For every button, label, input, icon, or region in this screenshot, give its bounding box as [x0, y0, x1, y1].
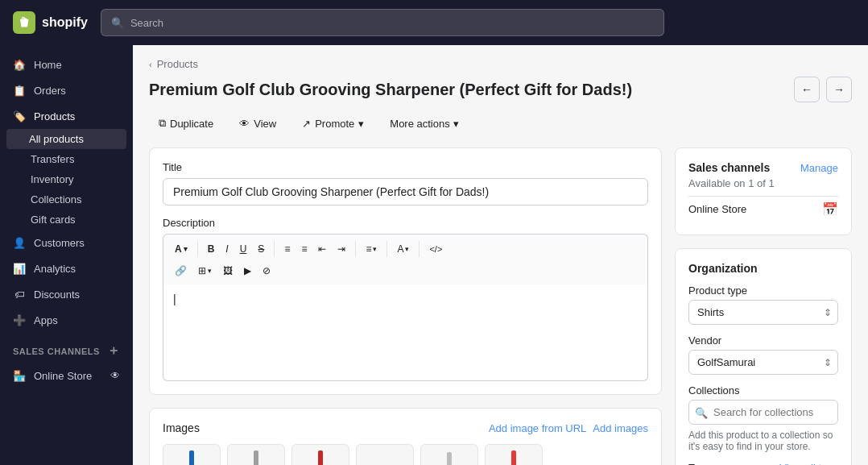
- online-store-icon: 🏪: [13, 369, 26, 382]
- sidebar-sub-transfers[interactable]: Transfers: [0, 149, 133, 169]
- editor-cursor: [173, 293, 176, 305]
- sidebar-item-home[interactable]: 🏠 Home: [0, 52, 133, 77]
- underline-btn[interactable]: U: [235, 239, 252, 259]
- svg-rect-7: [318, 450, 323, 465]
- product-type-field: Product type Shirts ⇕: [688, 284, 838, 325]
- main-column: Title Description A ▾ B I U S ≡ ≡: [149, 147, 662, 465]
- product-image-3[interactable]: [291, 444, 349, 465]
- search-input[interactable]: [130, 17, 654, 29]
- product-image-2[interactable]: [227, 444, 285, 465]
- product-image-4[interactable]: [356, 444, 414, 465]
- svg-rect-16: [511, 450, 516, 465]
- calendar-icon[interactable]: 📅: [822, 201, 838, 217]
- source-btn[interactable]: </>: [424, 239, 447, 259]
- bold-btn[interactable]: B: [203, 239, 220, 259]
- sidebar-item-discounts[interactable]: 🏷 Discounts: [0, 281, 133, 307]
- product-image-6[interactable]: [485, 444, 543, 465]
- strikethrough-btn[interactable]: S: [253, 239, 269, 259]
- separator: [355, 241, 356, 257]
- image-btn[interactable]: 🖼: [218, 262, 238, 280]
- sidebar-item-label: Apps: [34, 314, 58, 326]
- text-color-btn[interactable]: A ▾: [392, 239, 414, 259]
- svg-rect-0: [189, 450, 194, 465]
- unordered-list-btn[interactable]: ≡: [279, 239, 295, 259]
- logo-text: shopify: [42, 15, 88, 30]
- vendor-select-wrapper: GolfSamurai ⇕: [688, 350, 838, 375]
- sidebar-sub-inventory[interactable]: Inventory: [0, 169, 133, 189]
- italic-btn[interactable]: I: [221, 239, 233, 259]
- vendor-select[interactable]: GolfSamurai: [688, 350, 838, 375]
- separator: [386, 241, 387, 257]
- align-btn[interactable]: ≡ ▾: [361, 239, 382, 259]
- online-store-eye-icon[interactable]: 👁: [110, 370, 120, 381]
- orders-icon: 📋: [13, 84, 26, 97]
- organization-title: Organization: [688, 262, 838, 275]
- product-image-1[interactable]: [163, 444, 221, 465]
- toolbar-row-2: 🔗 ⊞ ▾ 🖼 ▶ ⊘: [170, 262, 641, 280]
- sidebar-item-analytics[interactable]: 📊 Analytics: [0, 255, 133, 281]
- indent-right-btn[interactable]: ⇥: [333, 239, 350, 259]
- product-type-select[interactable]: Shirts: [688, 300, 838, 325]
- duplicate-button[interactable]: ⧉ Duplicate: [149, 112, 223, 135]
- ordered-list-btn[interactable]: ≡: [296, 239, 312, 259]
- sidebar-item-apps[interactable]: ➕ Apps: [0, 307, 133, 333]
- editor-toolbar: A ▾ B I U S ≡ ≡ ⇤ ⇥ ≡ ▾ A ▾: [163, 234, 648, 284]
- add-sales-channel-icon[interactable]: ＋: [107, 343, 121, 359]
- more-actions-button[interactable]: More actions ▾: [380, 113, 468, 135]
- search-bar[interactable]: 🔍: [101, 9, 664, 36]
- duplicate-icon: ⧉: [159, 117, 166, 130]
- main-content: ‹ Products Premium Golf Club Grooving Sh…: [133, 45, 868, 465]
- title-input[interactable]: [163, 178, 648, 206]
- two-column-layout: Title Description A ▾ B I U S ≡ ≡: [149, 147, 852, 465]
- tags-header: Tags View all tags: [688, 462, 838, 465]
- clear-format-btn[interactable]: ⊘: [258, 262, 275, 280]
- view-all-tags-button[interactable]: View all tags: [779, 462, 838, 465]
- sidebar-sub-collections[interactable]: Collections: [0, 189, 133, 210]
- collections-search-input[interactable]: [688, 400, 838, 425]
- images-title: Images: [163, 421, 200, 434]
- breadcrumb-products-link[interactable]: Products: [157, 58, 198, 70]
- promote-button[interactable]: ↗ Promote ▾: [292, 113, 374, 135]
- product-details-card: Title Description A ▾ B I U S ≡ ≡: [149, 147, 662, 395]
- sidebar-item-products[interactable]: 🏷️ Products: [0, 103, 133, 129]
- table-btn[interactable]: ⊞ ▾: [193, 262, 217, 280]
- description-label: Description: [163, 217, 648, 229]
- video-btn[interactable]: ▶: [239, 262, 256, 280]
- images-header: Images Add image from URL Add images: [163, 421, 648, 434]
- analytics-icon: 📊: [13, 262, 26, 275]
- more-actions-chevron-icon: ▾: [453, 118, 459, 130]
- prev-product-button[interactable]: ←: [794, 77, 820, 102]
- next-product-button[interactable]: →: [826, 77, 852, 102]
- collections-label: Collections: [688, 384, 838, 396]
- sidebar-item-online-store[interactable]: 🏪 Online Store 👁: [0, 363, 133, 388]
- separator: [274, 241, 275, 257]
- svg-rect-13: [447, 452, 452, 465]
- indent-left-btn[interactable]: ⇤: [313, 239, 331, 259]
- view-button[interactable]: 👁 View: [229, 113, 286, 135]
- product-image-5[interactable]: [420, 444, 478, 465]
- sidebar-item-label: Home: [34, 59, 62, 71]
- description-editor[interactable]: [163, 284, 648, 381]
- view-icon: 👁: [239, 118, 250, 130]
- availability-text: Available on 1 of 1: [688, 177, 838, 189]
- tags-label: Tags: [688, 462, 710, 465]
- sidebar-sub-all-products[interactable]: All products: [6, 129, 126, 149]
- sidebar-item-label: Products: [34, 110, 75, 122]
- sidebar-item-label: Analytics: [34, 263, 76, 275]
- sidebar-sub-gift-cards[interactable]: Gift cards: [0, 210, 133, 230]
- svg-rect-4: [254, 450, 258, 465]
- promote-chevron-icon: ▾: [358, 118, 364, 130]
- manage-button[interactable]: Manage: [800, 162, 838, 174]
- products-icon: 🏷️: [13, 110, 26, 122]
- sidebar-item-orders[interactable]: 📋 Orders: [0, 77, 133, 103]
- sales-channels-card: Sales channels Manage Available on 1 of …: [675, 147, 852, 235]
- link-btn[interactable]: 🔗: [170, 262, 192, 280]
- side-column: Sales channels Manage Available on 1 of …: [675, 147, 852, 465]
- add-image-url-button[interactable]: Add image from URL: [489, 422, 586, 434]
- promote-icon: ↗: [302, 118, 311, 130]
- sidebar-item-customers[interactable]: 👤 Customers: [0, 230, 133, 255]
- organization-card: Organization Product type Shirts ⇕ Vendo…: [675, 248, 852, 465]
- font-btn[interactable]: A ▾: [170, 239, 192, 259]
- sidebar-item-label: Customers: [34, 237, 85, 249]
- add-images-button[interactable]: Add images: [593, 422, 648, 434]
